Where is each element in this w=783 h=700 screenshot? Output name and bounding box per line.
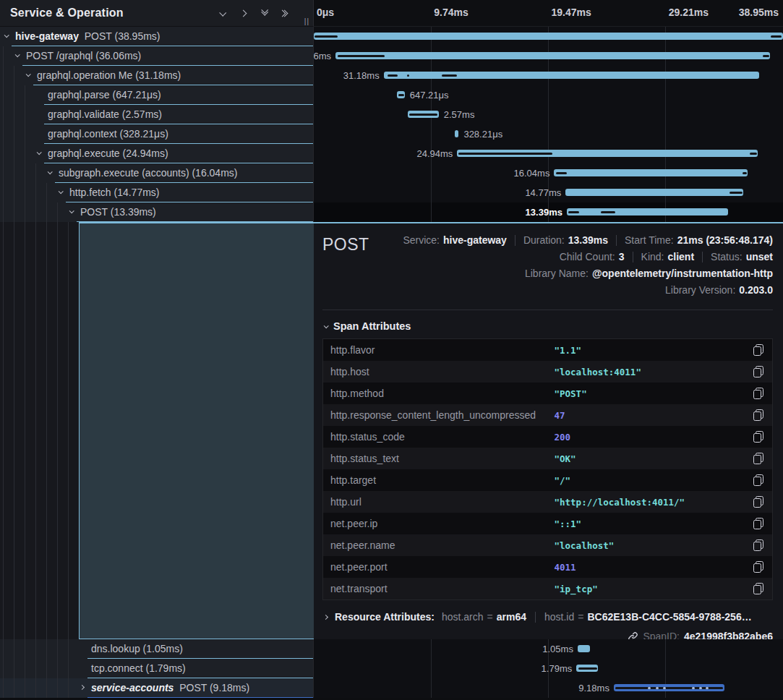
span-detail-panel: POST Service:hive-gatewayDuration:13.39m… bbox=[314, 222, 783, 639]
panel-resize-grip[interactable]: || bbox=[304, 17, 309, 25]
span-name-cell[interactable]: graphql.validate (2.57ms) bbox=[0, 105, 314, 124]
copy-icon[interactable] bbox=[753, 388, 763, 399]
copy-icon[interactable] bbox=[753, 344, 763, 356]
chevron-down-icon[interactable] bbox=[4, 33, 9, 38]
indent-guide bbox=[14, 163, 14, 183]
span-timeline-cell[interactable]: 16.04ms bbox=[314, 163, 783, 183]
copy-icon[interactable] bbox=[753, 583, 763, 594]
copy-icon[interactable] bbox=[753, 431, 763, 443]
attribute-value: 47 bbox=[555, 410, 754, 421]
span-name-cell[interactable]: POST (13.39ms) bbox=[0, 202, 314, 222]
copy-icon[interactable] bbox=[753, 474, 763, 486]
span-duration-bar[interactable] bbox=[408, 111, 439, 118]
span-name: dns.lookup (1.05ms) bbox=[91, 639, 183, 658]
span-duration-bar[interactable] bbox=[457, 150, 758, 157]
span-duration-bar[interactable] bbox=[614, 684, 724, 691]
span-name-cell[interactable]: graphql.operation Me (31.18ms) bbox=[0, 66, 314, 85]
span-timeline-cell[interactable]: 328.21μs bbox=[314, 124, 783, 144]
span-duration-bar[interactable] bbox=[578, 645, 590, 652]
span-name-cell[interactable]: service-accounts POST (9.18ms) bbox=[0, 678, 314, 698]
double-chevron-down-icon bbox=[262, 11, 267, 15]
span-duration-bar[interactable] bbox=[554, 169, 747, 176]
span-id-value[interactable]: 4e21998f3b82abe6 bbox=[684, 631, 773, 639]
chevron-down-icon[interactable] bbox=[48, 169, 53, 174]
span-timeline-cell[interactable]: 1.79ms bbox=[314, 659, 783, 678]
span-duration-bar[interactable] bbox=[397, 91, 405, 98]
span-id-row: SpanID: 4e21998f3b82abe6 bbox=[322, 631, 773, 639]
span-name-cell[interactable]: POST /graphql (36.06ms) bbox=[0, 46, 314, 66]
expand-one-level-button[interactable] bbox=[241, 11, 246, 16]
span-duration-bar[interactable] bbox=[455, 130, 458, 137]
copy-icon[interactable] bbox=[753, 561, 763, 573]
span-timeline-cell[interactable]: 24.94ms bbox=[314, 144, 783, 163]
span-row: graphql.validate (2.57ms)2.57ms bbox=[0, 105, 783, 124]
attribute-value: 4011 bbox=[555, 562, 754, 573]
service-name: service-accounts bbox=[91, 682, 174, 693]
span-timeline-cell[interactable]: 36.06ms bbox=[314, 46, 783, 66]
indent-guide bbox=[68, 222, 69, 639]
span-timeline-cell[interactable]: 13.39ms bbox=[314, 202, 783, 222]
indent-guide bbox=[3, 85, 4, 105]
copy-icon[interactable] bbox=[753, 518, 763, 529]
span-name-cell[interactable]: subgraph.execute (accounts) (16.04ms) bbox=[0, 163, 314, 183]
copy-icon[interactable] bbox=[753, 539, 763, 551]
resource-attributes-row[interactable]: Resource Attributes: host.arch=arm64host… bbox=[324, 611, 773, 623]
span-timeline-cell[interactable]: 38.95ms bbox=[314, 27, 783, 46]
indent-guide bbox=[14, 639, 14, 659]
span-duration-bar[interactable] bbox=[565, 189, 743, 196]
indent-guide bbox=[35, 202, 36, 222]
span-timeline-cell[interactable]: 31.18ms bbox=[314, 66, 783, 85]
expand-all-button[interactable] bbox=[283, 11, 287, 16]
span-duration-bar[interactable] bbox=[567, 208, 728, 215]
indent-guide bbox=[14, 85, 14, 105]
span-timeline-cell[interactable]: 9.18ms bbox=[314, 678, 783, 698]
span-name-cell[interactable]: graphql.parse (647.21μs) bbox=[0, 85, 314, 105]
span-duration-bar[interactable] bbox=[576, 665, 598, 672]
indent-guide bbox=[25, 222, 25, 639]
top-header: Service & Operation || 0μs9.74ms19.47ms2… bbox=[0, 0, 783, 27]
span-duration-label: 31.18ms bbox=[343, 66, 380, 85]
child-span-mark bbox=[706, 687, 708, 689]
span-duration-bar[interactable] bbox=[335, 52, 770, 59]
chevron-down-icon[interactable] bbox=[26, 72, 31, 77]
chevron-down-icon[interactable] bbox=[69, 208, 74, 213]
indent-guide bbox=[25, 639, 25, 659]
span-duration-bar[interactable] bbox=[314, 33, 783, 40]
indent-guide bbox=[3, 144, 4, 163]
span-attributes-header[interactable]: Span Attributes bbox=[324, 320, 773, 332]
chevron-right-icon[interactable] bbox=[80, 685, 85, 690]
collapse-all-button[interactable] bbox=[262, 11, 267, 15]
span-timeline-cell[interactable]: 2.57ms bbox=[314, 105, 783, 124]
copy-icon[interactable] bbox=[753, 496, 763, 508]
span-name-cell[interactable]: hive-gateway POST (38.95ms) bbox=[0, 27, 314, 46]
detail-overview-line: Service:hive-gatewayDuration:13.39msStar… bbox=[369, 232, 773, 248]
copy-icon[interactable] bbox=[753, 366, 763, 377]
collapse-one-level-button[interactable] bbox=[220, 11, 225, 16]
chevron-down-icon[interactable] bbox=[59, 189, 64, 194]
attribute-row: http.host"localhost:4011" bbox=[323, 361, 772, 383]
span-timeline-cell[interactable]: 1.05ms bbox=[314, 639, 783, 659]
selected-span-block[interactable] bbox=[79, 222, 314, 639]
span-duration-bar[interactable] bbox=[384, 72, 760, 79]
detail-indent-spacer bbox=[0, 222, 79, 639]
span-row: service-accounts POST (9.18ms)9.18ms bbox=[0, 678, 783, 698]
span-name-cell[interactable]: tcp.connect (1.79ms) bbox=[0, 659, 314, 678]
field-value: @opentelemetry/instrumentation-http bbox=[592, 268, 773, 279]
span-name-cell[interactable]: graphql.execute (24.94ms) bbox=[0, 144, 314, 163]
attribute-key: http.method bbox=[330, 388, 555, 399]
copy-icon[interactable] bbox=[753, 409, 763, 421]
field-divider bbox=[515, 235, 515, 246]
span-name-cell[interactable]: graphql.context (328.21μs) bbox=[0, 124, 314, 144]
indent-guide bbox=[14, 105, 14, 124]
chevron-down-icon[interactable] bbox=[37, 150, 42, 155]
copy-icon[interactable] bbox=[753, 453, 763, 464]
field-value: 0.203.0 bbox=[739, 284, 773, 296]
field-label: Library Name: bbox=[525, 268, 589, 279]
span-timeline-cell[interactable]: 14.77ms bbox=[314, 183, 783, 202]
child-span-mark bbox=[556, 172, 567, 174]
chevron-down-icon[interactable] bbox=[15, 52, 20, 57]
span-name-cell[interactable]: dns.lookup (1.05ms) bbox=[0, 639, 314, 659]
indent-guide bbox=[14, 678, 14, 698]
span-name-cell[interactable]: http.fetch (14.77ms) bbox=[0, 183, 314, 202]
span-timeline-cell[interactable]: 647.21μs bbox=[314, 85, 783, 105]
